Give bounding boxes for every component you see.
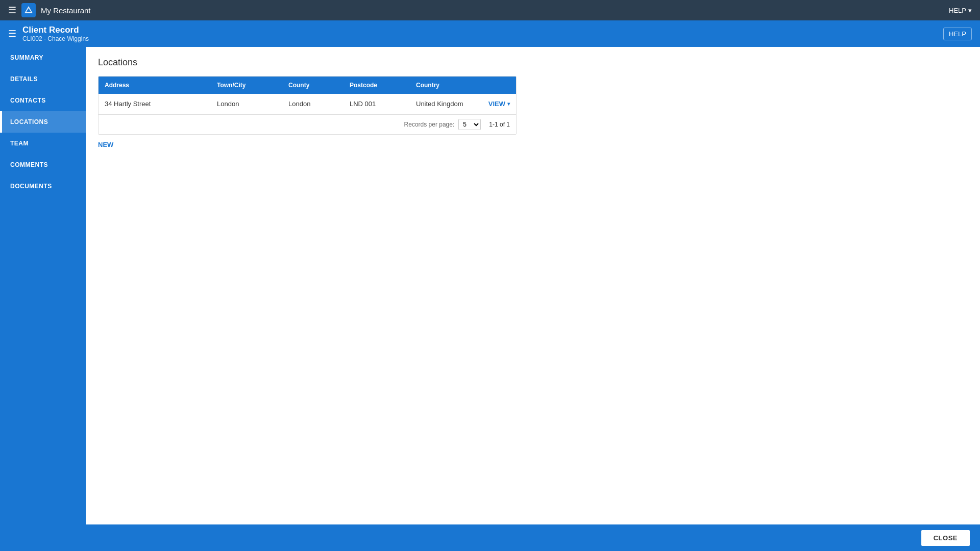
sidebar-item-documents[interactable]: DOCUMENTS xyxy=(0,176,86,197)
top-nav-left: ☰ My Restaurant xyxy=(8,3,91,17)
content-area: Locations Address Town/City County Postc… xyxy=(86,47,980,551)
close-button[interactable]: CLOSE xyxy=(921,530,970,546)
records-per-page-label: Records per page: xyxy=(404,121,455,128)
modal-footer: CLOSE xyxy=(86,524,980,551)
cell-country: United Kingdom xyxy=(410,100,486,108)
new-button[interactable]: NEW xyxy=(98,141,113,148)
table-header: Address Town/City County Postcode Countr… xyxy=(99,77,516,94)
top-nav: ☰ My Restaurant HELP ▾ xyxy=(0,0,980,20)
cell-town: London xyxy=(211,100,282,108)
cell-postcode: LND 001 xyxy=(344,100,410,108)
main-layout: SUMMARY DETAILS CONTACTS LOCATIONS TEAM … xyxy=(0,47,980,551)
table-footer: Records per page: 5 10 25 1-1 of 1 xyxy=(99,114,516,134)
table-row: 34 Hartly Street London London LND 001 U… xyxy=(99,94,516,114)
sub-header-title: Client Record xyxy=(22,25,89,35)
cell-address: 34 Hartly Street xyxy=(99,100,211,108)
modal-title: Locations xyxy=(98,57,968,68)
modal-body: Locations Address Town/City County Postc… xyxy=(86,47,980,524)
help-arrow-icon: ▾ xyxy=(968,7,972,14)
sub-header-help-button[interactable]: HELP xyxy=(943,28,972,40)
modal-container: Locations Address Town/City County Postc… xyxy=(86,47,980,551)
pagination-text: 1-1 of 1 xyxy=(489,121,510,128)
view-dropdown-icon: ▾ xyxy=(507,101,510,107)
sidebar: SUMMARY DETAILS CONTACTS LOCATIONS TEAM … xyxy=(0,47,86,551)
sidebar-item-contacts[interactable]: CONTACTS xyxy=(0,90,86,111)
sub-header: ☰ Client Record CLI002 - Chace Wiggins H… xyxy=(0,20,980,47)
records-per-page-select[interactable]: 5 10 25 xyxy=(458,119,481,130)
hamburger-icon[interactable]: ☰ xyxy=(8,5,16,16)
header-country: Country xyxy=(410,82,486,89)
sidebar-item-team[interactable]: TEAM xyxy=(0,133,86,154)
app-logo xyxy=(21,3,36,17)
cell-county: London xyxy=(282,100,344,108)
sidebar-item-details[interactable]: DETAILS xyxy=(0,68,86,90)
sub-header-menu-icon[interactable]: ☰ xyxy=(8,28,16,39)
locations-table: Address Town/City County Postcode Countr… xyxy=(98,76,517,135)
sidebar-item-locations[interactable]: LOCATIONS xyxy=(0,111,86,133)
sub-header-left: ☰ Client Record CLI002 - Chace Wiggins xyxy=(8,25,89,42)
sub-header-subtitle: CLI002 - Chace Wiggins xyxy=(22,35,89,42)
top-nav-help[interactable]: HELP ▾ xyxy=(949,7,972,14)
header-address: Address xyxy=(99,82,211,89)
view-button[interactable]: VIEW ▾ xyxy=(488,100,516,108)
header-town: Town/City xyxy=(211,82,282,89)
sidebar-item-summary[interactable]: SUMMARY xyxy=(0,47,86,68)
sidebar-item-comments[interactable]: COMMENTS xyxy=(0,154,86,176)
sub-header-title-block: Client Record CLI002 - Chace Wiggins xyxy=(22,25,89,42)
app-title: My Restaurant xyxy=(41,6,91,15)
header-postcode: Postcode xyxy=(344,82,410,89)
help-label: HELP xyxy=(949,7,966,14)
header-county: County xyxy=(282,82,344,89)
